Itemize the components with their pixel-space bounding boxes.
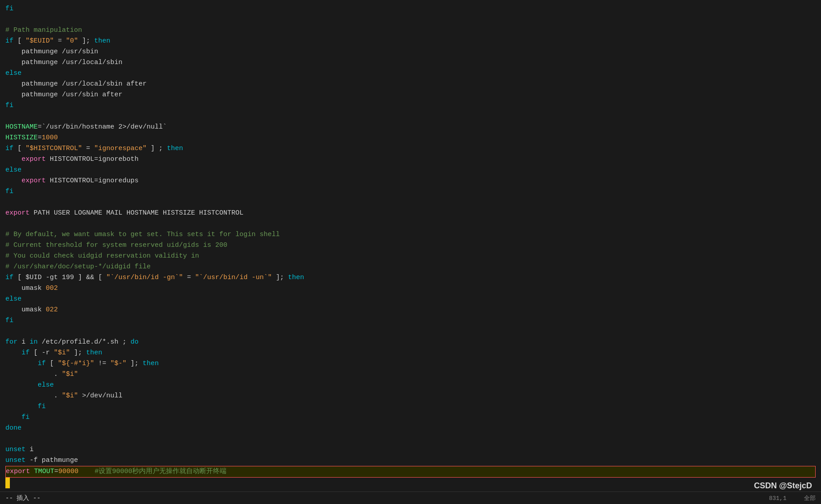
code-line: if [ "$EUID" = "0" ]; then: [5, 36, 816, 47]
code-line: pathmunge /usr/local/sbin: [5, 57, 816, 68]
status-bar: -- 插入 -- 831,1 全部: [0, 491, 821, 504]
highlighted-line: export TMOUT=90000 #设置90000秒内用户无操作就自动断开终…: [5, 466, 816, 478]
watermark: CSDN @StejcD: [754, 481, 812, 491]
code-line: done: [5, 423, 816, 434]
code-line: # Path manipulation: [5, 25, 816, 36]
code-line: pathmunge /usr/sbin: [5, 47, 816, 57]
code-line: export PATH USER LOGNAME MAIL HOSTNAME H…: [5, 208, 816, 219]
code-line: else: [5, 380, 816, 391]
code-line: # By default, we want umask to get set. …: [5, 229, 816, 240]
code-line: [5, 434, 816, 444]
code-line: # You could check uidgid reservation val…: [5, 251, 816, 262]
code-line: [5, 111, 816, 122]
cursor-line: [5, 478, 816, 488]
code-line: fi: [5, 315, 816, 326]
code-line: fi: [5, 401, 816, 412]
code-line: . "$i": [5, 369, 816, 380]
code-line: export HISTCONTROL=ignoredups: [5, 176, 816, 186]
code-line: pathmunge /usr/sbin after: [5, 90, 816, 100]
code-line: fi: [5, 186, 816, 197]
editor-area: fi # Path manipulation if [ "$EUID" = "0…: [0, 0, 821, 504]
code-line: . "$i" >/dev/null: [5, 391, 816, 401]
code-line: if [ "${-#*i}" != "$-" ]; then: [5, 358, 816, 369]
code-line: fi: [5, 4, 816, 14]
code-line: pathmunge /usr/local/sbin after: [5, 79, 816, 90]
code-line: fi: [5, 412, 816, 423]
code-line: HISTSIZE=1000: [5, 133, 816, 143]
code-line: export HISTCONTROL=ignoreboth: [5, 154, 816, 165]
code-line: if [ $UID -gt 199 ] && [ "`/usr/bin/id -…: [5, 272, 816, 283]
code-line: [5, 219, 816, 229]
status-mode: -- 插入 --: [5, 494, 769, 502]
code-line: # /usr/share/doc/setup-*/uidgid file: [5, 262, 816, 272]
code-line: umask 022: [5, 305, 816, 315]
code-line: for i in /etc/profile.d/*.sh ; do: [5, 337, 816, 348]
code-line: umask 002: [5, 283, 816, 294]
code-line: if [ "$HISTCONTROL" = "ignorespace" ] ; …: [5, 143, 816, 154]
code-line: fi: [5, 100, 816, 111]
code-line: [5, 197, 816, 208]
code-line: else: [5, 68, 816, 79]
code-line: [5, 14, 816, 25]
code-line: # Current threshold for system reserved …: [5, 240, 816, 251]
code-line: else: [5, 294, 816, 305]
cursor: [5, 478, 10, 488]
status-position: 831,1 全部: [769, 494, 816, 502]
code-line: [5, 326, 816, 337]
code-line: HOSTNAME=`/usr/bin/hostname 2>/dev/null`: [5, 122, 816, 133]
code-line: if [ -r "$i" ]; then: [5, 348, 816, 358]
code-line: else: [5, 165, 816, 176]
code-line: unset i: [5, 444, 816, 455]
code-line: unset -f pathmunge: [5, 455, 816, 466]
